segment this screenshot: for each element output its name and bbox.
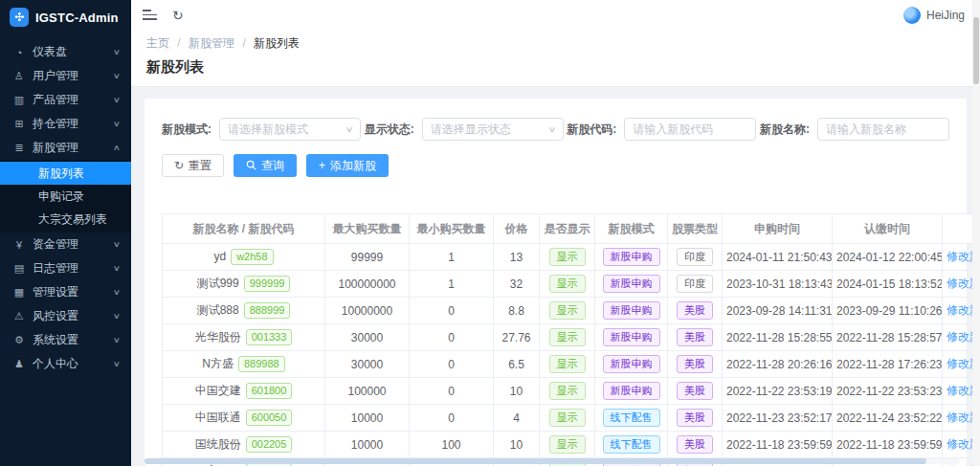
sidebar-item[interactable]: ≣新股管理∧ (0, 136, 131, 160)
column-header: 新股模式 (595, 214, 668, 244)
sidebar-subitem[interactable]: 大宗交易列表 (0, 208, 131, 231)
page-header: 主页 / 新股管理 / 新股列表 新股列表 (131, 30, 980, 87)
display-status-select[interactable]: 请选择显示状态 ∨ (422, 118, 564, 141)
sidebar-item[interactable]: ▦管理设置∨ (0, 280, 131, 304)
stock-type-badge: 美股 (677, 409, 713, 427)
stock-table: 新股名称 / 新股代码最大购买数量最小购买数量价格是否显示新股模式股票类型申购时… (162, 213, 980, 466)
sidebar-item[interactable]: ⚠风控设置∨ (0, 304, 131, 328)
stock-code-input[interactable] (624, 118, 756, 141)
sidebar-item[interactable]: ♙用户管理∨ (0, 64, 131, 88)
stock-name: N方盛 (202, 357, 234, 370)
positions-icon: ⊞ (11, 118, 27, 130)
add-stock-button[interactable]: + 添加新股 (306, 154, 389, 177)
funds-icon: ¥ (11, 239, 27, 251)
mode-badge: 线下配售 (603, 435, 660, 454)
sidebar-item[interactable]: ⚙系统设置∨ (0, 328, 131, 352)
chevron-down-icon: ∨ (113, 312, 121, 321)
column-header: 新股名称 / 新股代码 (163, 214, 325, 244)
stock-code-badge: 601800 (246, 383, 293, 399)
price: 6.5 (494, 351, 540, 378)
show-badge: 显示 (549, 301, 586, 320)
stock-name: 中国交建 (195, 384, 241, 397)
chevron-down-icon: ∨ (113, 264, 121, 273)
stock-type-badge: 美股 (677, 435, 713, 454)
collapse-menu-icon[interactable] (143, 10, 157, 20)
breadcrumb-item[interactable]: 主页 (146, 36, 169, 50)
logo-icon: ✣ (10, 8, 29, 27)
chevron-down-icon: ∨ (113, 96, 121, 104)
sidebar-item[interactable]: ◔仪表盘∨ (0, 40, 131, 64)
sidebar-item[interactable]: ▥产品管理∨ (0, 88, 131, 112)
query-button[interactable]: 查询 (234, 154, 297, 177)
sidebar-subitem[interactable]: 新股列表 (0, 162, 131, 185)
chevron-down-icon: ∨ (113, 240, 121, 249)
reset-button[interactable]: ↻ 重置 (162, 154, 224, 177)
pay-time: 2022-11-28 17:26:23 (833, 351, 943, 378)
table-row: 国统股份0022051000010010显示线下配售美股2022-11-18 2… (163, 432, 980, 458)
products-icon: ▥ (11, 94, 27, 106)
vertical-scrollbar[interactable] (972, 0, 980, 466)
pay-time: 2022-11-22 23:53:23 (833, 378, 943, 405)
max-buy-qty: 10000000 (325, 298, 410, 324)
min-buy-qty: 0 (410, 298, 494, 324)
refresh-icon[interactable]: ↻ (172, 9, 184, 22)
table-row: 测试8888889991000000008.8显示新股申购美股2023-09-2… (163, 298, 980, 324)
chevron-down-icon: ∨ (113, 48, 121, 56)
sidebar-item[interactable]: ♟个人中心∨ (0, 352, 131, 376)
horizontal-scrollbar[interactable] (145, 458, 959, 464)
mode-badge: 新股申购 (603, 328, 660, 346)
chevron-down-icon: ∨ (113, 336, 121, 344)
price: 10 (494, 432, 540, 458)
show-badge: 显示 (549, 355, 586, 373)
breadcrumb-item-current: 新股列表 (254, 36, 300, 50)
stock-type-badge: 美股 (677, 328, 713, 346)
sidebar-item[interactable]: ¥资金管理∨ (0, 233, 131, 256)
table-header-row: 新股名称 / 新股代码最大购买数量最小购买数量价格是否显示新股模式股票类型申购时… (163, 214, 980, 244)
profile-icon: ♟ (11, 358, 27, 370)
app-window: ✣ IGSTC-Admin ◔仪表盘∨♙用户管理∨▥产品管理∨⊞持仓管理∨≣新股… (0, 0, 980, 466)
filter-label: 新股名称: (760, 122, 810, 138)
stock-type-badge: 美股 (677, 382, 713, 400)
app-logo: ✣ IGSTC-Admin (0, 0, 131, 36)
pay-time: 2022-11-18 23:59:59 (833, 432, 943, 458)
breadcrumb: 主页 / 新股管理 / 新股列表 (146, 35, 965, 52)
button-row: ↻ 重置 查询 + 添加新股 (162, 154, 949, 177)
chevron-down-icon: ∨ (113, 72, 121, 80)
username[interactable]: HeiJing (926, 9, 965, 22)
sidebar-item[interactable]: ▤日志管理∨ (0, 256, 131, 280)
mode-badge: 新股申购 (603, 355, 660, 373)
apply-time: 2022-11-28 20:26:16 (723, 351, 833, 378)
min-buy-qty: 1 (410, 271, 494, 298)
stock-code-badge: 999999 (244, 276, 291, 292)
price: 13 (494, 244, 540, 271)
filter-label: 新股模式: (162, 122, 212, 138)
filter-label: 新股代码: (567, 122, 616, 138)
plus-icon: + (319, 160, 325, 171)
stock-name: 光华股份 (195, 330, 241, 344)
apply-time: 2022-11-18 23:59:59 (723, 432, 833, 458)
price: 32 (494, 271, 540, 298)
price: 8.8 (494, 298, 540, 324)
mode-badge: 新股申购 (603, 248, 660, 266)
sidebar-item[interactable]: ⊞持仓管理∨ (0, 112, 131, 136)
stock-code-badge: 889988 (238, 356, 285, 372)
new-stock-mode-select[interactable]: 请选择新股模式 ∨ (219, 118, 361, 141)
chevron-down-icon: ∨ (113, 120, 121, 128)
apply-time: 2022-11-22 23:53:19 (723, 378, 833, 405)
max-buy-qty: 10000 (325, 432, 410, 458)
stock-name: 测试888 (197, 303, 239, 317)
apply-time: 2023-09-28 14:11:31 (723, 298, 833, 324)
avatar[interactable] (903, 7, 921, 24)
apply-time: 2022-11-23 23:52:17 (723, 405, 833, 432)
max-buy-qty: 30000 (325, 324, 410, 351)
stock-type-badge: 美股 (677, 301, 713, 320)
stock-type-badge: 印度 (677, 248, 713, 266)
min-buy-qty: 100 (410, 432, 494, 458)
sidebar-subitem[interactable]: 申购记录 (0, 185, 131, 208)
stock-type-badge: 美股 (677, 355, 713, 373)
stock-name-input[interactable] (817, 118, 949, 141)
max-buy-qty: 99999 (325, 244, 410, 271)
pay-time: 2022-11-24 23:52:22 (833, 405, 943, 432)
breadcrumb-item[interactable]: 新股管理 (189, 36, 234, 50)
min-buy-qty: 0 (410, 405, 494, 432)
